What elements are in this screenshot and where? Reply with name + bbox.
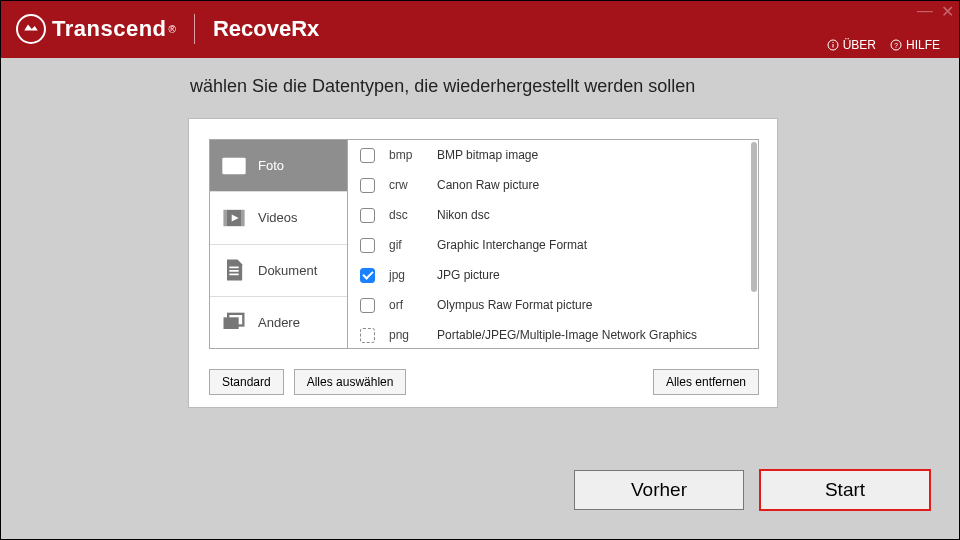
ext-label: orf — [389, 298, 437, 312]
select-all-button[interactable]: Alles auswählen — [294, 369, 407, 395]
help-link[interactable]: ? HILFE — [890, 38, 940, 52]
minimize-icon[interactable]: — — [917, 2, 933, 21]
svg-rect-11 — [229, 270, 238, 272]
filetype-row-gif: gifGraphic Interchange Format — [348, 230, 758, 260]
ext-label: png — [389, 328, 437, 342]
category-videos[interactable]: Videos — [210, 192, 347, 244]
page-instruction: wählen Sie die Datentypen, die wiederher… — [0, 58, 960, 97]
category-dokument[interactable]: Dokument — [210, 245, 347, 297]
brand-name: Transcend — [52, 16, 167, 42]
scrollbar-thumb[interactable] — [751, 142, 757, 292]
filetype-row-bmp: bmpBMP bitmap image — [348, 140, 758, 170]
standard-button[interactable]: Standard — [209, 369, 284, 395]
back-button[interactable]: Vorher — [574, 470, 744, 510]
svg-rect-13 — [224, 318, 239, 330]
ext-label: dsc — [389, 208, 437, 222]
svg-rect-2 — [832, 42, 833, 43]
close-icon[interactable]: ✕ — [941, 2, 954, 21]
start-button[interactable]: Start — [760, 470, 930, 510]
ext-label: gif — [389, 238, 437, 252]
svg-rect-1 — [832, 44, 833, 48]
checkbox-gif[interactable] — [360, 238, 375, 253]
svg-rect-12 — [229, 274, 238, 276]
app-header: Transcend ® RecoveRx — ✕ ÜBER ? HILFE — [0, 0, 960, 58]
category-label: Andere — [258, 315, 300, 330]
info-icon — [827, 39, 839, 51]
help-icon: ? — [890, 39, 902, 51]
svg-text:?: ? — [894, 42, 898, 49]
dokument-icon — [220, 259, 248, 281]
checkbox-dsc[interactable] — [360, 208, 375, 223]
remove-all-button[interactable]: Alles entfernen — [653, 369, 759, 395]
header-separator — [194, 14, 195, 44]
filetype-row-png: pngPortable/JPEG/Multiple-Image Network … — [348, 320, 758, 348]
foto-icon — [220, 155, 248, 177]
filetype-row-jpg: jpgJPG picture — [348, 260, 758, 290]
category-label: Videos — [258, 210, 298, 225]
checkbox-crw[interactable] — [360, 178, 375, 193]
ext-label: jpg — [389, 268, 437, 282]
ext-desc: Graphic Interchange Format — [437, 238, 587, 252]
ext-desc: JPG picture — [437, 268, 500, 282]
ext-desc: BMP bitmap image — [437, 148, 538, 162]
filetype-row-orf: orfOlympus Raw Format picture — [348, 290, 758, 320]
ext-label: crw — [389, 178, 437, 192]
logo-icon — [16, 14, 46, 44]
videos-icon — [220, 207, 248, 229]
andere-icon — [220, 311, 248, 333]
panel-inner: FotoVideosDokumentAndere bmpBMP bitmap i… — [209, 139, 759, 349]
ext-desc: Canon Raw picture — [437, 178, 539, 192]
svg-rect-9 — [241, 210, 245, 226]
ext-label: bmp — [389, 148, 437, 162]
ext-desc: Nikon dsc — [437, 208, 490, 222]
category-label: Dokument — [258, 263, 317, 278]
reg-mark: ® — [169, 24, 176, 35]
brand-logo: Transcend ® — [0, 14, 176, 44]
category-foto[interactable]: Foto — [210, 140, 347, 192]
category-label: Foto — [258, 158, 284, 173]
ext-desc: Portable/JPEG/Multiple-Image Network Gra… — [437, 328, 697, 342]
about-link[interactable]: ÜBER — [827, 38, 876, 52]
checkbox-jpg[interactable] — [360, 268, 375, 283]
checkbox-bmp[interactable] — [360, 148, 375, 163]
checkbox-orf[interactable] — [360, 298, 375, 313]
category-andere[interactable]: Andere — [210, 297, 347, 348]
filetype-list: bmpBMP bitmap imagecrwCanon Raw pictured… — [348, 140, 758, 348]
svg-rect-10 — [229, 267, 238, 269]
filetype-row-crw: crwCanon Raw picture — [348, 170, 758, 200]
filetype-row-dsc: dscNikon dsc — [348, 200, 758, 230]
ext-desc: Olympus Raw Format picture — [437, 298, 592, 312]
product-name: RecoveRx — [213, 16, 319, 42]
scrollbar[interactable] — [750, 140, 758, 348]
category-list: FotoVideosDokumentAndere — [210, 140, 348, 348]
checkbox-png[interactable] — [360, 328, 375, 343]
svg-rect-8 — [224, 210, 228, 226]
selection-panel: FotoVideosDokumentAndere bmpBMP bitmap i… — [188, 118, 778, 408]
